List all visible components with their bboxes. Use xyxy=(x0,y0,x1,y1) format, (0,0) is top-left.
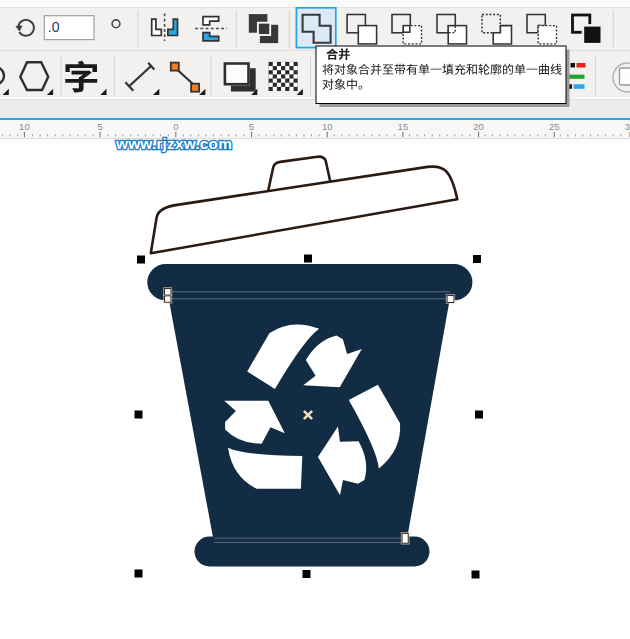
svg-text:10: 10 xyxy=(322,121,333,132)
svg-text:0: 0 xyxy=(173,121,178,132)
svg-text:20: 20 xyxy=(473,121,484,132)
svg-text:10: 10 xyxy=(19,121,30,132)
svg-text:5: 5 xyxy=(249,121,254,132)
svg-text:5: 5 xyxy=(97,121,102,132)
svg-text:.0: .0 xyxy=(48,19,60,35)
svg-text:www.rjzxw.com: www.rjzxw.com xyxy=(115,135,232,152)
svg-text:25: 25 xyxy=(549,121,560,132)
svg-text:30: 30 xyxy=(625,121,630,132)
svg-text:15: 15 xyxy=(398,121,409,132)
